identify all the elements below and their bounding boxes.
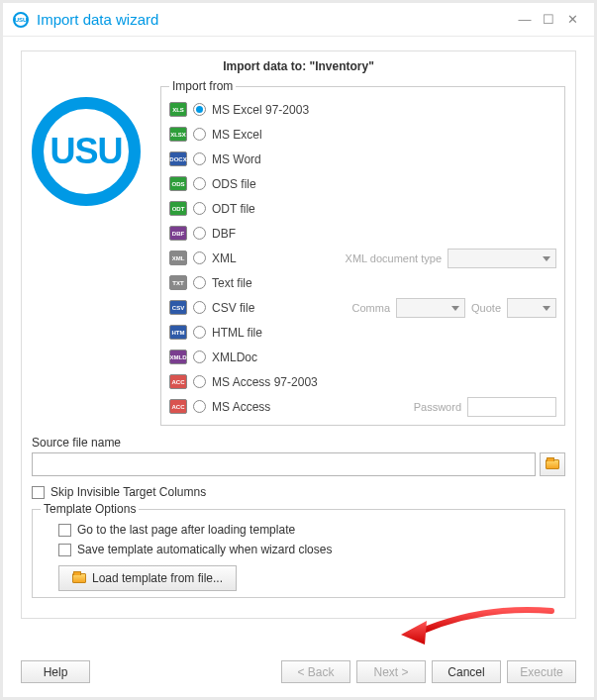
skip-invisible-label: Skip Invisible Target Columns	[50, 485, 206, 499]
template-options-legend: Template Options	[41, 502, 139, 516]
goto-last-page-checkbox[interactable]	[58, 524, 71, 537]
skip-invisible-checkbox[interactable]	[32, 486, 45, 499]
format-radio[interactable]	[193, 103, 206, 116]
format-radio[interactable]	[193, 251, 206, 264]
format-label: XMLDoc	[212, 350, 257, 364]
app-icon	[13, 12, 29, 28]
file-type-icon: ODS	[169, 176, 187, 191]
window-title: Import data wizard	[37, 11, 158, 28]
format-label: MS Excel 97-2003	[212, 103, 309, 117]
format-option[interactable]: ODTODT file	[169, 196, 556, 221]
autosave-template-checkbox[interactable]	[58, 544, 71, 556]
next-button[interactable]: Next >	[356, 660, 426, 683]
goto-last-page-label: Go to the last page after loading templa…	[77, 523, 295, 537]
extra-label: Password	[414, 401, 461, 413]
format-label: CSV file	[212, 301, 254, 315]
autosave-template-label: Save template automatically when wizard …	[77, 543, 332, 556]
format-label: XML	[212, 251, 237, 265]
file-type-icon: CSV	[169, 300, 187, 315]
file-type-icon: XLSX	[169, 127, 187, 142]
format-option[interactable]: XMLXMLXML document type	[169, 246, 556, 270]
extra-label: XML document type	[346, 252, 442, 264]
file-type-icon: DBF	[169, 226, 187, 241]
cancel-button[interactable]: Cancel	[432, 660, 501, 683]
format-option[interactable]: ACCMS AccessPassword	[169, 394, 556, 419]
format-label: ODS file	[212, 177, 256, 191]
format-option[interactable]: XLSXMS Excel	[169, 122, 556, 147]
format-label: MS Access 97-2003	[212, 375, 318, 389]
source-file-input[interactable]	[32, 452, 536, 476]
logo: USU	[32, 79, 160, 206]
minimize-button[interactable]: —	[513, 8, 537, 32]
format-option[interactable]: CSVCSV fileCommaQuote	[169, 295, 556, 320]
template-options-group: Template Options Go to the last page aft…	[32, 502, 565, 598]
format-radio[interactable]	[193, 375, 206, 388]
format-radio[interactable]	[193, 301, 206, 314]
quote-label: Quote	[471, 302, 501, 314]
execute-button[interactable]: Execute	[507, 660, 576, 683]
format-label: Text file	[212, 276, 252, 290]
format-option[interactable]: XMLDXMLDoc	[169, 345, 556, 369]
format-label: MS Word	[212, 152, 261, 166]
svg-marker-0	[401, 621, 427, 645]
format-option[interactable]: XLSMS Excel 97-2003	[169, 97, 556, 122]
format-option[interactable]: ODSODS file	[169, 171, 556, 196]
format-label: DBF	[212, 227, 236, 241]
format-option[interactable]: DBFDBF	[169, 221, 556, 246]
file-type-icon: HTM	[169, 325, 187, 340]
browse-button[interactable]	[540, 452, 565, 476]
file-type-icon: XMLD	[169, 350, 187, 364]
format-radio[interactable]	[193, 227, 206, 240]
source-label: Source file name	[32, 436, 565, 450]
load-template-label: Load template from file...	[92, 571, 223, 585]
file-type-icon: XML	[169, 250, 187, 265]
format-radio[interactable]	[193, 177, 206, 190]
comma-label: Comma	[352, 302, 391, 314]
titlebar: Import data wizard — ☐ ✕	[3, 3, 594, 37]
file-type-icon: ACC	[169, 374, 187, 389]
import-from-legend: Import from	[169, 79, 236, 93]
format-radio[interactable]	[193, 350, 206, 363]
file-type-icon: XLS	[169, 102, 187, 117]
format-option[interactable]: ACCMS Access 97-2003	[169, 369, 556, 394]
format-option[interactable]: DOCXMS Word	[169, 147, 556, 171]
format-radio[interactable]	[193, 400, 206, 413]
annotation-arrow	[393, 603, 561, 655]
panel-heading: Import data to: "Inventory"	[32, 59, 565, 73]
format-label: MS Excel	[212, 128, 262, 142]
xml-type-dropdown[interactable]	[448, 249, 556, 268]
footer: Help < Back Next > Cancel Execute	[21, 660, 576, 683]
folder-open-icon	[546, 459, 559, 469]
file-type-icon: TXT	[169, 275, 187, 290]
file-type-icon: ACC	[169, 399, 187, 414]
format-radio[interactable]	[193, 202, 206, 215]
format-label: HTML file	[212, 326, 262, 340]
format-radio[interactable]	[193, 152, 206, 165]
load-template-button[interactable]: Load template from file...	[58, 565, 237, 591]
close-button[interactable]: ✕	[560, 8, 584, 32]
import-from-group: Import from XLSMS Excel 97-2003XLSXMS Ex…	[160, 79, 565, 426]
file-type-icon: DOCX	[169, 151, 187, 166]
format-option[interactable]: HTMHTML file	[169, 320, 556, 345]
format-label: MS Access	[212, 400, 270, 414]
file-type-icon: ODT	[169, 201, 187, 216]
comma-dropdown[interactable]	[396, 298, 465, 318]
folder-open-icon	[72, 573, 86, 583]
logo-text: USU	[50, 131, 122, 172]
format-label: ODT file	[212, 202, 255, 216]
back-button[interactable]: < Back	[281, 660, 350, 683]
format-option[interactable]: TXTText file	[169, 270, 556, 295]
maximize-button[interactable]: ☐	[537, 8, 560, 32]
format-radio[interactable]	[193, 276, 206, 289]
main-panel: Import data to: "Inventory" USU Import f…	[21, 50, 576, 619]
quote-dropdown[interactable]	[507, 298, 556, 318]
help-button[interactable]: Help	[21, 660, 90, 683]
password-input[interactable]	[467, 397, 556, 417]
format-radio[interactable]	[193, 326, 206, 339]
format-radio[interactable]	[193, 128, 206, 141]
